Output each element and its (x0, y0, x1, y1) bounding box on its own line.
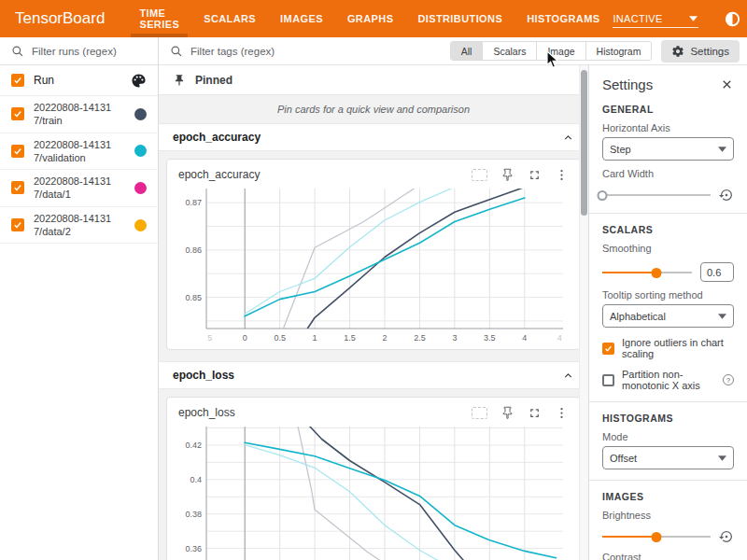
more-options-icon[interactable] (555, 168, 569, 182)
settings-section-scalars: SCALARS (602, 224, 734, 235)
filter-button-scalars[interactable]: Scalars (482, 42, 536, 60)
settings-button[interactable]: Settings (661, 40, 740, 63)
dropdown-caret-icon (689, 16, 698, 21)
close-icon[interactable] (720, 77, 734, 91)
svg-text:0: 0 (243, 333, 247, 343)
app-logo: TensorBoard (15, 9, 105, 28)
svg-text:2: 2 (382, 333, 387, 343)
checkbox-checked[interactable] (602, 343, 614, 355)
theme-toggle-icon[interactable] (724, 10, 741, 28)
collapse-icon[interactable] (562, 132, 574, 144)
horizontal-axis-select[interactable]: Step (602, 137, 734, 161)
run-color-dot (134, 108, 147, 120)
fullscreen-icon[interactable] (528, 406, 542, 420)
filter-button-image[interactable]: Image (536, 42, 585, 60)
main-scrollbar[interactable] (579, 65, 588, 560)
chevron-down-icon (718, 314, 726, 319)
pinned-section-header: Pinned (159, 65, 588, 95)
smoothing-slider[interactable] (602, 267, 692, 278)
runs-sidebar: Filter runs (regex) Run 20220808-141317/… (0, 37, 159, 560)
fullscreen-icon[interactable] (528, 168, 542, 182)
partition-x-axis-checkbox-row[interactable]: Partition non-monotonic X axis ? (602, 369, 734, 391)
card-header: epoch_accuracy (173, 162, 574, 185)
chevron-down-icon (718, 147, 726, 152)
tab-graphs[interactable]: GRAPHS (335, 0, 405, 37)
run-color-dot (134, 219, 147, 231)
ignore-outliers-checkbox-row[interactable]: Ignore outliers in chart scaling (602, 337, 734, 359)
brightness-slider[interactable] (602, 531, 711, 542)
tab-images[interactable]: IMAGES (268, 0, 335, 37)
collapse-icon[interactable] (562, 370, 574, 382)
reset-icon[interactable] (719, 188, 734, 203)
checkbox-unchecked[interactable] (602, 374, 614, 386)
settings-panel-title: Settings (602, 77, 653, 92)
help-icon[interactable]: ? (723, 374, 734, 385)
checkmark-icon (13, 183, 22, 192)
card-title: epoch_accuracy (178, 168, 458, 181)
slider-thumb[interactable] (598, 190, 608, 201)
filter-runs-input[interactable]: Filter runs (regex) (0, 37, 158, 65)
scrollbar-thumb[interactable] (581, 70, 587, 216)
slider-thumb[interactable] (652, 532, 662, 542)
pin-icon[interactable] (500, 168, 514, 182)
card-width-slider[interactable] (602, 189, 711, 201)
runs-table-header: Run (0, 65, 158, 96)
tooltip-sorting-label: Tooltip sorting method (602, 289, 734, 301)
run-checkbox[interactable] (11, 218, 24, 231)
reload-status-dropdown[interactable]: INACTIVE (613, 10, 698, 28)
run-row-data1[interactable]: 20220808-141317/data/1 (0, 170, 158, 207)
filter-button-all[interactable]: All (451, 42, 483, 60)
palette-icon[interactable] (131, 73, 147, 89)
histogram-mode-label: Mode (602, 431, 734, 442)
tooltip-sorting-select[interactable]: Alphabetical (602, 304, 734, 328)
run-column-header: Run (34, 74, 54, 87)
histogram-mode-select[interactable]: Offset (602, 446, 734, 469)
checkmark-icon (604, 344, 613, 353)
fit-to-domain-icon[interactable] (472, 407, 487, 419)
horizontal-axis-label: Horizontal Axis (602, 122, 734, 133)
filter-tags-input[interactable]: Filter tags (regex) (170, 45, 450, 58)
tab-distributions[interactable]: DISTRIBUTIONS (405, 0, 514, 37)
header-actions: INACTIVE ? (613, 10, 747, 28)
epoch-accuracy-chart[interactable]: 00.511.522.533.54540.850.860.87 (173, 185, 569, 345)
reset-icon[interactable] (719, 529, 734, 544)
epoch-loss-chart[interactable]: 00.511.522.533.540.420.40.380.360.340.32 (173, 423, 569, 560)
run-checkbox[interactable] (11, 181, 24, 194)
tab-histograms[interactable]: HISTOGRAMS (514, 0, 612, 37)
run-checkbox[interactable] (11, 145, 24, 158)
svg-text:5: 5 (207, 333, 212, 343)
smoothing-value-input[interactable]: 0.6 (700, 262, 734, 282)
section-header-epoch-accuracy[interactable]: epoch_accuracy (159, 123, 588, 151)
section-title: epoch_loss (173, 369, 234, 382)
card-width-label: Card Width (602, 168, 734, 179)
search-icon (170, 45, 183, 58)
contrast-label: Contrast (602, 552, 734, 560)
pin-icon[interactable] (500, 406, 514, 420)
select-all-runs-checkbox[interactable] (11, 74, 24, 87)
svg-text:0.36: 0.36 (185, 544, 202, 553)
filter-button-histogram[interactable]: Histogram (585, 42, 652, 60)
run-row-validation[interactable]: 20220808-141317/validation (0, 133, 158, 171)
search-icon (11, 45, 24, 58)
svg-text:2.5: 2.5 (414, 333, 426, 343)
svg-text:3.5: 3.5 (484, 333, 496, 343)
run-checkbox[interactable] (11, 107, 24, 120)
tensorboard-app: TensorBoard TIME SERIES SCALARS IMAGES G… (0, 0, 747, 560)
brightness-label: Brightness (602, 510, 734, 521)
svg-text:0.4: 0.4 (190, 475, 202, 484)
run-color-dot (134, 182, 147, 194)
slider-thumb[interactable] (651, 268, 661, 278)
section-header-epoch-loss[interactable]: epoch_loss (159, 361, 588, 389)
svg-text:0.86: 0.86 (185, 245, 202, 255)
tab-scalars[interactable]: SCALARS (191, 0, 268, 37)
scalar-card-epoch-accuracy: epoch_accuracy 00.511.522.533.54540.850.… (166, 159, 581, 350)
run-row-train[interactable]: 20220808-141317/train (0, 96, 158, 133)
main-nav: TIME SERIES SCALARS IMAGES GRAPHS DISTRI… (127, 0, 612, 37)
more-options-icon[interactable] (555, 406, 569, 420)
run-row-data2[interactable]: 20220808-141317/data/2 (0, 207, 158, 245)
svg-text:1: 1 (313, 333, 317, 343)
tab-time-series[interactable]: TIME SERIES (127, 0, 191, 37)
card-header: epoch_loss (173, 400, 574, 423)
fit-to-domain-icon[interactable] (472, 169, 487, 181)
scalar-card-epoch-loss: epoch_loss 00.511.522.533.540.420.40.380… (166, 397, 581, 560)
